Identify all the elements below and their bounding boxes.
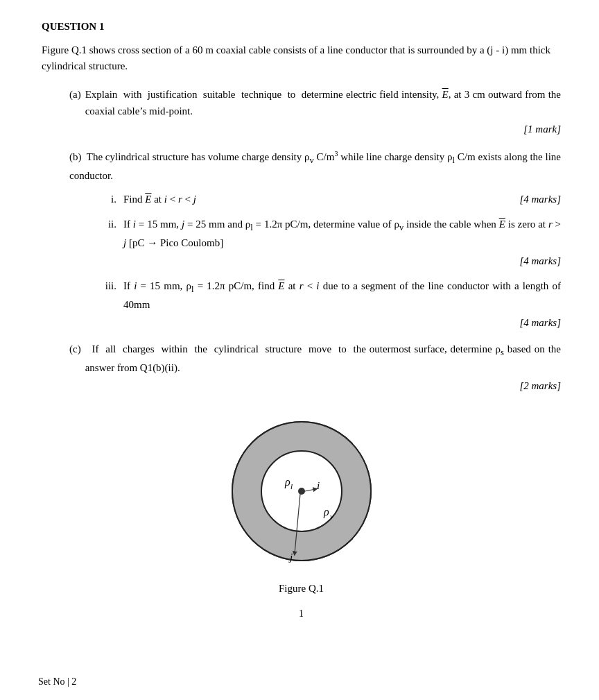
- footer-text: Set No | 2: [38, 676, 76, 688]
- figure-caption: Figure Q.1: [279, 583, 324, 595]
- svg-point-3: [298, 488, 305, 495]
- part-c-mark: [2 marks]: [85, 377, 561, 394]
- part-a-label: (a): [69, 86, 81, 137]
- sub-i-label: i.: [97, 191, 116, 207]
- svg-text:l: l: [290, 482, 293, 490]
- part-a-text: Explain with justification suitable tech…: [85, 86, 561, 119]
- sub-i-text: Find E at i < r < j: [123, 191, 196, 207]
- question-title: QUESTION 1: [42, 21, 561, 33]
- sub-ii-mark: [4 marks]: [123, 253, 561, 269]
- svg-text:v: v: [330, 512, 333, 520]
- sub-iii-mark: [4 marks]: [123, 314, 561, 331]
- coaxial-diagram: ρ l i ρ v j: [225, 415, 378, 574]
- svg-text:i: i: [317, 480, 320, 491]
- part-b-label: (b): [69, 151, 87, 162]
- part-c-label: (c): [69, 341, 81, 394]
- part-a-mark: [1 mark]: [85, 121, 561, 137]
- sub-item-i: i. Find E at i < r < j [4 marks]: [97, 191, 561, 207]
- sub-ii-label: ii.: [97, 216, 116, 269]
- sub-item-iii: iii. If i = 15 mm, ρl = 1.2π pC/m, find …: [97, 278, 561, 331]
- part-c-text: If all charges within the cylindrical st…: [85, 341, 561, 376]
- svg-text:ρ: ρ: [284, 476, 290, 488]
- page-number: 1: [42, 608, 561, 620]
- part-c: (c) If all charges within the cylindrica…: [69, 341, 561, 394]
- figure-container: ρ l i ρ v j Figure Q.1: [42, 415, 561, 595]
- part-b: (b) The cylindrical structure has volume…: [42, 148, 561, 331]
- svg-text:ρ: ρ: [323, 506, 329, 518]
- sub-item-ii: ii. If i = 15 mm, j = 25 mm and ρl = 1.2…: [97, 216, 561, 269]
- part-a: (a) Explain with justification suitable …: [69, 86, 561, 137]
- intro-text: Figure Q.1 shows cross section of a 60 m…: [42, 42, 561, 75]
- sub-iii-label: iii.: [97, 278, 116, 331]
- sub-i-mark: [4 marks]: [519, 191, 561, 207]
